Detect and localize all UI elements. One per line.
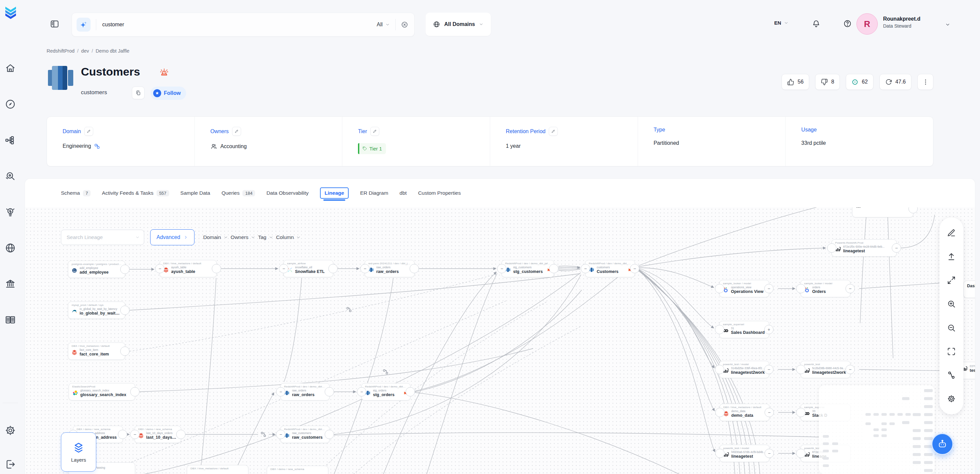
tab-sample-data[interactable]: Sample Data (180, 190, 210, 196)
search-input[interactable] (102, 21, 377, 28)
node-port-left[interactable] (715, 365, 724, 374)
lineage-node-fact_core_item[interactable]: DBX / hive_metastore / defaultfact_core_… (68, 342, 125, 360)
lineage-node-raw_orders_top[interactable]: red-pere-20241211 / dev / dbt_jaffleraw_… (364, 260, 415, 277)
tier-badge[interactable]: Tier 1 (358, 143, 386, 154)
node-port-right[interactable] (410, 264, 419, 273)
edit-pencil-icon[interactable] (549, 127, 558, 136)
edit-pencil-icon[interactable] (84, 127, 93, 136)
stat-thumbs-down[interactable]: 8 (815, 74, 840, 90)
lineage-search-input[interactable] (66, 234, 135, 241)
lineage-node-lineagetest2work_1[interactable]: powerbi_test / model314bd25e-339f-4bea-8… (719, 361, 769, 378)
lineage-node-pbi_lineagetest_top[interactable]: Powerbi-Redshift-Prod872e1f0c-500e-4e28-… (832, 239, 897, 257)
lineage-node-raw_customers[interactable]: RedshiftProd / dev / demo_dbt_jaffleraw_… (280, 426, 330, 443)
zoom-in-icon[interactable] (947, 300, 956, 308)
filter-column[interactable]: Column (276, 234, 301, 240)
node-port-right[interactable] (120, 347, 129, 356)
lineage-node-omone[interactable]: omone (852, 207, 913, 217)
node-port-right[interactable] (325, 430, 334, 439)
lineage-canvas[interactable]: Advanced DomainOwnersTagColumn Layers po… (25, 207, 975, 474)
node-port-right[interactable] (120, 305, 129, 315)
tab-activity-feeds-tasks[interactable]: Activity Feeds & Tasks557 (102, 190, 169, 196)
global-search[interactable]: All (72, 13, 415, 37)
node-port-right[interactable] (325, 387, 334, 396)
language-selector[interactable]: EN (774, 20, 789, 25)
chevron-down-icon[interactable] (945, 22, 950, 27)
lineage-node-stg_orders[interactable]: RedshiftProd / dev / demo_dbt_jafflestg_… (361, 383, 410, 401)
node-port-right[interactable]: − (764, 284, 773, 293)
node-port-left[interactable]: − (155, 264, 164, 273)
node-port-left[interactable]: − (279, 264, 288, 273)
sidebar-item-reports[interactable] (5, 308, 16, 320)
notifications-bell-icon[interactable] (812, 19, 821, 28)
tab-lineage[interactable]: Lineage (320, 188, 349, 199)
lineage-node-glossary_search_index[interactable]: ElasticSearchProdglossary_search_indexgl… (68, 383, 135, 401)
announcement-siren-icon[interactable] (159, 68, 169, 78)
advanced-filters-button[interactable]: Advanced (150, 229, 194, 245)
node-port-left[interactable]: − (276, 430, 285, 439)
node-port-right[interactable] (328, 264, 338, 273)
lineage-node-ayush_table[interactable]: DBX / hive_metastore / defaultayush_tabl… (159, 260, 217, 277)
node-port-right[interactable]: − (764, 365, 773, 374)
filter-tag[interactable]: Tag (258, 234, 274, 240)
sidebar-item-home[interactable] (5, 57, 16, 68)
tab-dbt[interactable]: dbt (399, 190, 407, 196)
node-port-right[interactable] (212, 264, 221, 273)
breadcrumb-item[interactable]: Demo dbt Jaffle (95, 48, 129, 54)
sidebar-item-gear[interactable] (5, 419, 16, 430)
help-icon[interactable] (843, 19, 852, 28)
node-port-left[interactable] (715, 325, 724, 334)
node-port-left[interactable] (715, 449, 725, 458)
lineage-node-io_global[interactable]: mysql_prod / default / sysio_global_by_w… (68, 302, 125, 319)
node-port-left[interactable] (796, 408, 805, 417)
node-port-left[interactable]: − (581, 264, 590, 273)
node-port-left[interactable]: − (360, 264, 370, 273)
node-port-right[interactable] (130, 387, 140, 396)
lineage-node-snowflake_etl[interactable]: sample_airflowsnowflake_etlSnowflake ETL… (283, 260, 333, 277)
lineage-node-customers[interactable]: RedshiftProd / dev / demo_dbt_jafflecust… (585, 260, 635, 277)
copy-icon[interactable] (132, 87, 145, 99)
zoom-out-icon[interactable] (947, 323, 956, 332)
node-port-left[interactable] (715, 284, 724, 293)
filter-domain[interactable]: Domain (203, 234, 228, 240)
node-port-left[interactable]: − (497, 264, 506, 273)
stat-thumbs-up[interactable]: 56 (781, 74, 809, 90)
node-port-right[interactable]: − (892, 243, 901, 253)
node-port-right[interactable] (120, 265, 129, 274)
node-port-left[interactable] (796, 449, 805, 458)
lineage-node-orders[interactable]: sample_looker / modelordersOrders− (800, 280, 851, 297)
expand-icon[interactable] (947, 276, 956, 285)
panel-toggle-icon[interactable] (50, 19, 59, 29)
node-port-right[interactable]: − (765, 408, 774, 417)
sidebar-item-logout[interactable] (5, 453, 16, 464)
node-port-right[interactable]: − (845, 365, 855, 374)
node-port-right[interactable]: + (764, 325, 773, 334)
filter-owners[interactable]: Owners (231, 234, 255, 240)
lineage-node-dashboard_fragment[interactable]: Dashbo (963, 281, 975, 298)
edit-pencil-icon[interactable] (370, 127, 379, 136)
breadcrumb-item[interactable]: dev (81, 48, 89, 54)
fullscreen-icon[interactable] (947, 347, 956, 356)
lineage-node-sales_dashboard[interactable]: sample_superset31Sales Dashboard+ (719, 321, 769, 338)
all-domains-button[interactable]: All Domains (426, 13, 491, 36)
sidebar-item-asset-search[interactable] (5, 164, 16, 176)
tab-custom-properties[interactable]: Custom Properties (418, 190, 461, 196)
lineage-node-add_employee[interactable]: postgres-example / postgres / production… (68, 261, 125, 278)
node-port-left[interactable]: − (276, 387, 285, 396)
lineage-node-last_10_days_orders[interactable]: DBX / demo / new_schemalast_10_days_orde… (135, 426, 181, 443)
edit-pencil-icon[interactable] (232, 127, 241, 136)
node-port-left[interactable] (827, 243, 837, 253)
tab-queries[interactable]: Queries184 (221, 190, 255, 196)
more-actions-button[interactable] (917, 74, 933, 90)
node-port-right[interactable]: − (765, 449, 774, 458)
node-port-right[interactable]: − (845, 284, 855, 293)
user-menu[interactable]: Rounakpreet.d Data Steward (883, 16, 920, 29)
assistant-chat-button[interactable] (931, 433, 953, 455)
node-port-right[interactable] (118, 430, 127, 439)
search-scope-dropdown[interactable]: All (377, 22, 390, 28)
node-port-right[interactable]: − (630, 264, 640, 273)
lineage-node-dbx_partial_1[interactable]: DBX / hive_metastore / default (187, 465, 248, 474)
node-port-left[interactable] (796, 284, 805, 293)
tab-data-observability[interactable]: Data Observability (266, 190, 309, 196)
lineage-node-raw_orders_mid[interactable]: RedshiftProd / dev / demo_dbt_jaffleraw_… (280, 383, 330, 401)
lineage-node-demo_data[interactable]: DBX / hive_metastore / defaultdemo_datad… (720, 404, 770, 421)
